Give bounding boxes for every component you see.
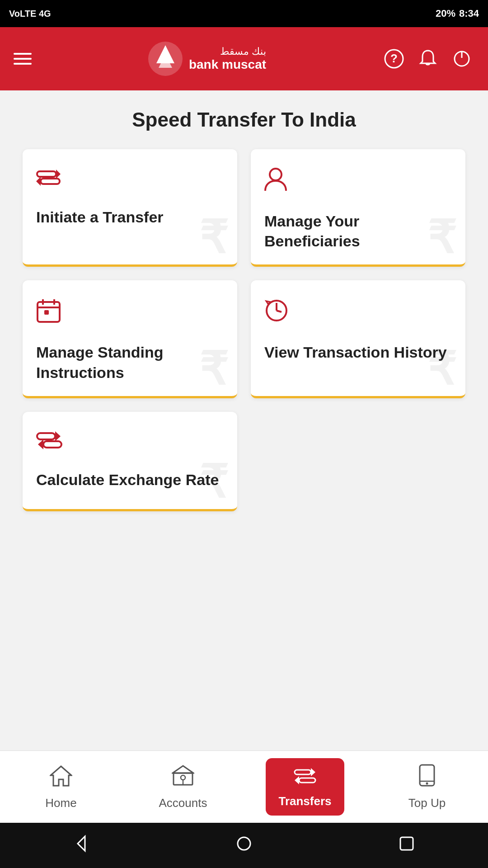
transfers-arrows-icon xyxy=(294,765,316,788)
svg-marker-8 xyxy=(56,170,61,179)
beneficiaries-icon xyxy=(264,167,287,192)
house-icon xyxy=(50,764,72,787)
svg-marker-10 xyxy=(36,177,41,186)
svg-point-37 xyxy=(238,837,250,850)
card-history-label: View Transaction History xyxy=(264,342,452,362)
status-left: VoLTE 4G xyxy=(9,9,51,19)
topup-label: Top Up xyxy=(408,796,446,810)
logo-arabic: بنك مسقط xyxy=(189,46,266,57)
standing-icon xyxy=(36,298,61,323)
hamburger-menu[interactable] xyxy=(14,53,32,65)
card-initiate-transfer[interactable]: Initiate a Transfer ₹ xyxy=(23,149,237,267)
power-icon xyxy=(452,49,472,69)
svg-point-35 xyxy=(426,782,428,784)
svg-text:?: ? xyxy=(391,52,398,65)
svg-marker-30 xyxy=(311,768,315,776)
home-sys-icon xyxy=(235,835,253,853)
card-calculate-exchange[interactable]: Calculate Exchange Rate ₹ xyxy=(23,412,237,511)
svg-rect-31 xyxy=(299,778,315,783)
svg-marker-23 xyxy=(38,439,43,449)
system-nav-bar xyxy=(0,823,488,868)
nav-item-home[interactable]: Home xyxy=(0,764,122,810)
card-standing-label: Manage Standing Instructions xyxy=(36,342,224,382)
logo-english: bank muscat xyxy=(189,57,266,72)
svg-point-11 xyxy=(270,169,282,180)
logo-icon xyxy=(147,41,183,77)
transfers-icon xyxy=(294,765,316,790)
calendar-icon xyxy=(36,298,224,329)
accounts-icon xyxy=(172,764,194,792)
recents-icon xyxy=(398,835,416,853)
time-display: 8:34 xyxy=(459,8,479,19)
accounts-building-icon xyxy=(172,764,194,787)
exchange-icon xyxy=(36,430,224,456)
svg-marker-21 xyxy=(55,431,61,441)
back-icon xyxy=(72,835,90,853)
mobile-topup-icon xyxy=(417,764,437,787)
transfer-icon xyxy=(36,167,224,193)
volte-indicator: VoLTE 4G xyxy=(9,9,51,19)
svg-rect-7 xyxy=(37,171,56,177)
status-right: 20% 8:34 xyxy=(436,8,479,19)
battery-level: 20% xyxy=(436,8,455,19)
svg-rect-20 xyxy=(37,433,55,439)
svg-marker-36 xyxy=(78,836,85,851)
page-title: Speed Transfer To India xyxy=(9,108,479,131)
card-manage-beneficiaries[interactable]: Manage Your Beneficiaries ₹ xyxy=(251,149,465,267)
cards-grid: Initiate a Transfer ₹ Manage Your Benefi… xyxy=(0,140,488,520)
help-button[interactable]: ? xyxy=(382,47,407,71)
transfers-active-bg: Transfers xyxy=(266,758,344,816)
logo-text-block: بنك مسقط bank muscat xyxy=(189,46,266,72)
exchange-rate-icon xyxy=(36,430,63,451)
accounts-label: Accounts xyxy=(159,796,207,810)
home-sys-button[interactable] xyxy=(235,835,253,857)
transaction-icon xyxy=(264,298,289,323)
bell-icon xyxy=(418,49,438,69)
nav-item-accounts[interactable]: Accounts xyxy=(122,764,244,810)
home-label: Home xyxy=(45,796,76,810)
svg-marker-32 xyxy=(295,776,299,784)
svg-rect-38 xyxy=(400,837,413,850)
svg-rect-9 xyxy=(41,179,60,184)
nav-item-transfers[interactable]: Transfers xyxy=(244,758,366,816)
card-view-history[interactable]: View Transaction History ₹ xyxy=(251,280,465,398)
card-manage-standing[interactable]: Manage Standing Instructions ₹ xyxy=(23,280,237,398)
person-icon xyxy=(264,167,452,198)
card-initiate-label: Initiate a Transfer xyxy=(36,207,224,227)
svg-rect-29 xyxy=(295,770,311,774)
svg-line-19 xyxy=(277,311,282,312)
home-icon xyxy=(50,764,72,792)
power-button[interactable] xyxy=(450,47,474,71)
bank-logo: بنك مسقط bank muscat xyxy=(147,41,266,77)
arrows-icon xyxy=(36,168,61,188)
svg-rect-22 xyxy=(43,441,61,448)
help-icon: ? xyxy=(384,49,404,69)
topup-icon xyxy=(417,764,437,792)
transfers-label: Transfers xyxy=(278,794,331,808)
svg-rect-16 xyxy=(44,310,49,315)
card-exchange-label: Calculate Exchange Rate xyxy=(36,470,224,490)
notification-button[interactable] xyxy=(416,47,441,71)
svg-marker-26 xyxy=(173,766,193,773)
page-title-container: Speed Transfer To India xyxy=(0,90,488,140)
svg-point-27 xyxy=(181,775,185,780)
card-beneficiaries-label: Manage Your Beneficiaries xyxy=(264,211,452,251)
history-icon xyxy=(264,298,452,329)
recents-button[interactable] xyxy=(398,835,416,857)
app-header: بنك مسقط bank muscat ? xyxy=(0,27,488,90)
nav-item-topup[interactable]: Top Up xyxy=(366,764,488,810)
bottom-navigation: Home Accounts Transfers xyxy=(0,750,488,823)
header-actions: ? xyxy=(382,47,474,71)
status-bar: VoLTE 4G 20% 8:34 xyxy=(0,0,488,27)
back-button[interactable] xyxy=(72,835,90,857)
svg-marker-24 xyxy=(51,766,71,786)
